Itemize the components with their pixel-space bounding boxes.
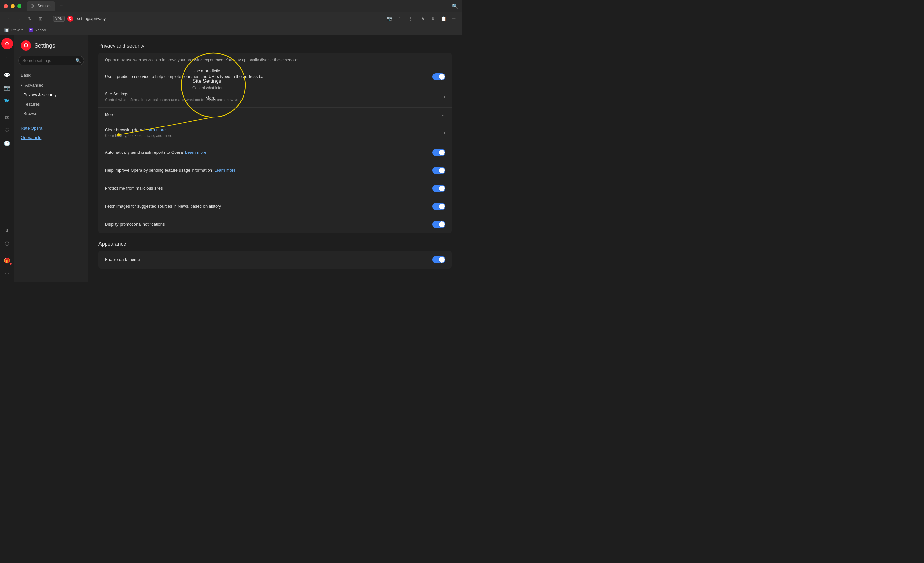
sidebar-item-instagram[interactable]: 📷: [1, 82, 13, 93]
malicious-sites-toggle-knob: [439, 186, 445, 191]
privacy-card: Opera may use web services to improve yo…: [99, 53, 452, 233]
opera-url-logo: O: [68, 16, 73, 21]
prediction-service-toggle-knob: [439, 74, 445, 80]
fetch-images-label: Fetch images for suggested sources in Ne…: [105, 204, 432, 209]
sidebar-item-more[interactable]: ⋯: [1, 267, 13, 279]
prediction-service-toggle[interactable]: [432, 73, 446, 80]
sidebar-divider-1: [3, 66, 11, 66]
nav-item-advanced[interactable]: ▾ Advanced: [17, 80, 86, 90]
sidebar-item-heart[interactable]: ♡: [1, 125, 13, 136]
clear-browsing-chevron: ›: [444, 130, 446, 135]
nav-sub-item-browser[interactable]: Browser: [20, 109, 86, 118]
nav-sub-item-privacy[interactable]: Privacy & security: [20, 90, 86, 99]
sidebar-opera-logo[interactable]: O: [1, 38, 13, 50]
clear-browsing-row[interactable]: Clear browsing data Learn more Clear his…: [99, 122, 452, 144]
vpn-badge[interactable]: VPN: [53, 16, 65, 21]
crash-reports-toggle[interactable]: [432, 149, 446, 156]
reload-button[interactable]: ↻: [26, 15, 34, 23]
window-search-icon[interactable]: 🔍: [452, 3, 458, 9]
malicious-sites-row: Protect me from malicious sites: [99, 179, 452, 197]
promo-notifications-row: Display promotional notifications: [99, 215, 452, 233]
extensions-icon[interactable]: ⋮⋮: [408, 14, 417, 23]
yahoo-label: Yahoo: [35, 28, 46, 32]
nav-link-help[interactable]: Opera help: [17, 133, 86, 142]
sidebar-item-history[interactable]: 🕐: [1, 137, 13, 149]
settings-tab-label: Settings: [38, 4, 51, 8]
clear-browsing-label: Clear browsing data Learn more: [105, 127, 441, 133]
prediction-service-row: Use a prediction service to help complet…: [99, 68, 452, 86]
privacy-intro-text: Opera may use web services to improve yo…: [105, 57, 446, 63]
nav-sub-item-features[interactable]: Features: [20, 99, 86, 109]
more-label: More: [105, 112, 441, 117]
maximize-button[interactable]: [17, 4, 21, 8]
site-settings-desc: Control what information websites can us…: [105, 98, 441, 102]
clear-browsing-learn-more[interactable]: Learn more: [144, 128, 165, 132]
sidebar-item-extensions[interactable]: ⬡: [1, 237, 13, 249]
promo-notifications-toggle[interactable]: [432, 221, 446, 228]
crash-reports-text: Automatically send crash reports to Oper…: [105, 150, 432, 155]
fetch-images-text: Fetch images for suggested sources in Ne…: [105, 204, 432, 209]
svg-point-0: [32, 6, 34, 7]
grid-button[interactable]: ⊞: [37, 15, 45, 23]
fetch-images-toggle-knob: [439, 204, 445, 209]
close-button[interactable]: [4, 4, 8, 8]
dark-theme-toggle[interactable]: [432, 256, 446, 263]
settings-nav: Basic ▾ Advanced Privacy & security Feat…: [14, 70, 88, 142]
feature-usage-text: Help improve Opera by sending feature us…: [105, 168, 432, 173]
nav-icons: 📷 ♡ ⋮⋮ A ⬇ 📋 ☰: [385, 14, 458, 23]
malicious-sites-label: Protect me from malicious sites: [105, 186, 432, 191]
dark-theme-row: Enable dark theme: [99, 251, 452, 269]
snapshot-icon[interactable]: 📋: [439, 14, 448, 23]
more-chevron: ⌄: [441, 112, 446, 117]
traffic-lights: [4, 4, 21, 8]
settings-sidebar-title: Settings: [34, 42, 55, 49]
fetch-images-toggle[interactable]: [432, 203, 446, 210]
camera-icon[interactable]: 📷: [385, 14, 394, 23]
promo-notifications-label: Display promotional notifications: [105, 221, 432, 227]
feature-usage-learn-more[interactable]: Learn more: [214, 168, 236, 173]
bookmark-yahoo[interactable]: Y Yahoo: [29, 28, 46, 32]
nav-link-rate[interactable]: Rate Opera: [17, 123, 86, 133]
crash-reports-toggle-knob: [439, 150, 445, 155]
bookmark-lifewire[interactable]: 📄 Lifewire: [4, 28, 24, 32]
dark-theme-text: Enable dark theme: [105, 257, 432, 263]
nav-item-basic[interactable]: Basic: [17, 70, 86, 80]
sidebar-item-messenger[interactable]: 💬: [1, 69, 13, 81]
more-row[interactable]: More ⌄: [99, 108, 452, 122]
new-tab-button[interactable]: +: [57, 2, 66, 11]
sidebar-divider-3: [3, 252, 11, 252]
sidebar-item-send[interactable]: ✉: [1, 112, 13, 123]
forward-button[interactable]: ›: [15, 15, 23, 23]
address-bar[interactable]: settings/privacy: [76, 16, 382, 21]
advanced-label: Advanced: [25, 83, 44, 88]
settings-opera-logo: O: [21, 41, 31, 51]
crash-reports-learn-more[interactable]: Learn more: [185, 150, 206, 155]
back-button[interactable]: ‹: [4, 15, 12, 23]
wallet-icon[interactable]: A: [418, 14, 428, 23]
minimize-button[interactable]: [10, 4, 15, 8]
sidebar-item-home[interactable]: ⌂: [1, 52, 13, 63]
feature-usage-label: Help improve Opera by sending feature us…: [105, 168, 432, 173]
settings-tab-gear-icon: [30, 4, 35, 8]
settings-sidebar-header: O Settings: [14, 41, 88, 56]
bookmarks-bar: 📄 Lifewire Y Yahoo: [0, 25, 462, 35]
sidebar-icons: O ⌂ 💬 📷 🐦 ✉ ♡ 🕐 ⬇ ⬡ 🎁 ⋯: [0, 35, 14, 281]
heart-nav-icon[interactable]: ♡: [395, 14, 404, 23]
malicious-sites-toggle[interactable]: [432, 185, 446, 192]
main-content: Privacy and security Opera may use web s…: [88, 35, 462, 281]
lifewire-icon: 📄: [4, 28, 9, 32]
privacy-intro-row: Opera may use web services to improve yo…: [99, 53, 452, 68]
search-settings-input[interactable]: [18, 56, 84, 65]
feature-usage-toggle[interactable]: [432, 167, 446, 174]
download-nav-icon[interactable]: ⬇: [429, 14, 438, 23]
sidebar-item-downloads[interactable]: ⬇: [1, 225, 13, 236]
advanced-chevron: ▾: [21, 83, 22, 87]
sidebar-item-twitter[interactable]: 🐦: [1, 95, 13, 106]
menu-icon[interactable]: ☰: [449, 14, 458, 23]
malicious-sites-text: Protect me from malicious sites: [105, 186, 432, 191]
settings-tab[interactable]: Settings: [27, 1, 55, 11]
site-settings-row[interactable]: Site Settings Control what information w…: [99, 86, 452, 108]
sidebar-item-rewards[interactable]: 🎁: [1, 255, 13, 266]
fetch-images-row: Fetch images for suggested sources in Ne…: [99, 197, 452, 215]
clear-browsing-text: Clear browsing data Learn more Clear his…: [105, 127, 441, 138]
